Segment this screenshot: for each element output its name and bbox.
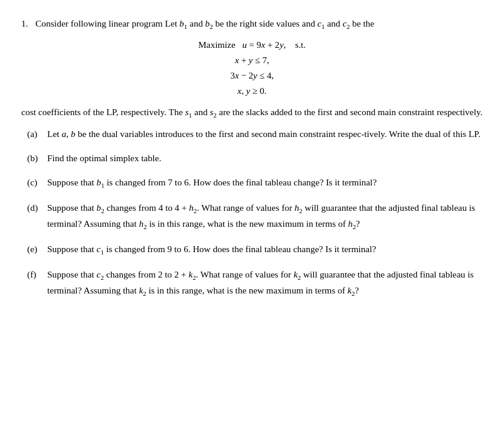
constraint3-line: x, y ≥ 0. <box>21 84 483 98</box>
part-f-label: (f) <box>27 267 47 282</box>
part-f: (f) Suppose that c2 changes from 2 to 2 … <box>27 267 483 299</box>
part-b: (b) Find the optimal simplex table. <box>27 151 483 166</box>
problem-header: 1. Consider following linear program Let… <box>21 17 483 32</box>
part-d-label: (d) <box>27 201 47 215</box>
objective-line: Maximize u = 9x + 2y, s.t. <box>21 38 483 52</box>
problem-container: 1. Consider following linear program Let… <box>21 17 483 299</box>
part-b-content: Find the optimal simplex table. <box>47 151 483 166</box>
constraint1-line: x + y ≤ 7, <box>21 53 483 67</box>
part-c-content: Suppose that b1 is changed from 7 to 6. … <box>47 175 483 191</box>
part-c: (c) Suppose that b1 is changed from 7 to… <box>27 175 483 191</box>
parts-container: (a) Let a, b be the dual variables intro… <box>27 127 483 299</box>
description-text: cost coefficients of the LP, respectivel… <box>21 105 483 121</box>
part-f-content: Suppose that c2 changes from 2 to 2 + k2… <box>47 267 483 299</box>
problem-intro: Consider following linear program Let b1… <box>35 17 483 32</box>
part-e-label: (e) <box>27 242 47 256</box>
part-b-label: (b) <box>27 151 47 165</box>
part-a: (a) Let a, b be the dual variables intro… <box>27 127 483 142</box>
problem-number: 1. <box>21 17 35 31</box>
part-e-content: Suppose that c1 is changed from 9 to 6. … <box>47 242 483 258</box>
part-d-content: Suppose that b2 changes from 4 to 4 + h2… <box>47 201 483 233</box>
part-d: (d) Suppose that b2 changes from 4 to 4 … <box>27 201 483 233</box>
constraint2-line: 3x − 2y ≤ 4, <box>21 68 483 83</box>
part-e: (e) Suppose that c1 is changed from 9 to… <box>27 242 483 258</box>
part-a-label: (a) <box>27 127 47 141</box>
math-display: Maximize u = 9x + 2y, s.t. x + y ≤ 7, 3x… <box>21 38 483 98</box>
part-c-label: (c) <box>27 175 47 190</box>
part-a-content: Let a, b be the dual variables introduce… <box>47 127 483 142</box>
